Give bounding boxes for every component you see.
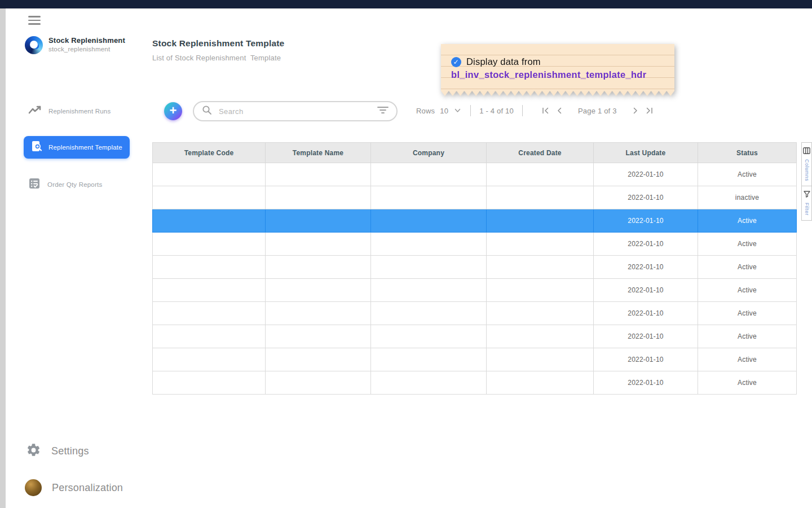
filter-lines-icon[interactable] [377,106,389,116]
column-header-template-code[interactable]: Template Code [153,143,266,163]
cell-template-code[interactable] [153,209,266,233]
cell-last-update[interactable]: 2022-01-10 [594,186,698,209]
table-row[interactable]: 2022-01-10inactive [153,186,797,209]
cell-template-name[interactable] [266,348,371,371]
sidebar-item-settings[interactable]: Settings [26,443,89,460]
cell-status[interactable]: Active [698,302,797,325]
cell-created-date[interactable] [487,302,594,325]
cell-created-date[interactable] [487,163,594,186]
search-input[interactable] [219,107,370,116]
column-header-status[interactable]: Status [698,143,797,163]
rows-per-page-value[interactable]: 10 [440,107,448,115]
table-row[interactable]: 2022-01-10Active [153,256,797,279]
cell-company[interactable] [371,209,487,233]
filter-funnel-icon [804,190,810,200]
cell-status[interactable]: inactive [698,186,797,209]
cell-status[interactable]: Active [698,371,797,395]
cell-company[interactable] [371,186,487,209]
menu-hamburger-icon[interactable] [28,16,41,25]
cell-template-code[interactable] [153,163,266,186]
sidebar-item-replenishment-template[interactable]: Replenishment Template [24,136,130,159]
cell-created-date[interactable] [487,279,594,302]
sidebar-item-personalization[interactable]: Personalization [25,479,123,496]
cell-template-name[interactable] [266,233,371,256]
cell-last-update[interactable]: 2022-01-10 [594,348,698,371]
cell-status[interactable]: Active [698,279,797,302]
table-row[interactable]: 2022-01-10Active [153,348,797,371]
cell-last-update[interactable]: 2022-01-10 [594,163,698,186]
cell-created-date[interactable] [487,209,594,233]
table-row[interactable]: 2022-01-10Active [153,325,797,348]
cell-template-name[interactable] [266,209,371,233]
table-row[interactable]: 2022-01-10Active [153,233,797,256]
cell-template-name[interactable] [266,256,371,279]
table-row[interactable]: 2022-01-10Active [153,279,797,302]
cell-status[interactable]: Active [698,256,797,279]
cell-last-update[interactable]: 2022-01-10 [594,279,698,302]
sidebar-item-order-qty-reports[interactable]: Order Qty Reports [28,177,102,192]
cell-last-update[interactable]: 2022-01-10 [594,325,698,348]
cell-status[interactable]: Active [698,163,797,186]
first-page-icon[interactable] [541,107,550,114]
cell-status[interactable]: Active [698,325,797,348]
add-button[interactable]: + [164,102,182,120]
cell-created-date[interactable] [487,325,594,348]
cell-created-date[interactable] [487,348,594,371]
search-box[interactable] [193,101,398,121]
cell-template-code[interactable] [153,325,266,348]
cell-created-date[interactable] [487,371,594,395]
sidebar-item-replenishment-runs[interactable]: Replenishment Runs [28,105,111,117]
cell-template-code[interactable] [153,186,266,209]
cell-template-name[interactable] [266,302,371,325]
tab-columns[interactable]: Columns [802,143,811,186]
cell-company[interactable] [371,302,487,325]
chevron-down-icon[interactable] [453,108,462,113]
cell-template-name[interactable] [266,325,371,348]
cell-template-code[interactable] [153,279,266,302]
prev-page-icon[interactable] [555,107,563,114]
tab-filter[interactable]: Filter [802,186,811,220]
cell-company[interactable] [371,163,487,186]
column-header-company[interactable]: Company [371,143,487,163]
data-table: Template CodeTemplate NameCompanyCreated… [152,142,797,395]
cell-template-name[interactable] [266,163,371,186]
cell-status[interactable]: Active [698,348,797,371]
cell-last-update[interactable]: 2022-01-10 [594,209,698,233]
column-header-last-update[interactable]: Last Update [594,143,698,163]
table-row[interactable]: 2022-01-10Active [153,163,797,186]
cell-template-name[interactable] [266,371,371,395]
cell-template-code[interactable] [153,256,266,279]
cell-template-name[interactable] [266,186,371,209]
cell-company[interactable] [371,279,487,302]
table-row[interactable]: 2022-01-10Active [153,209,797,233]
next-page-icon[interactable] [632,107,639,114]
tab-columns-label: Columns [804,159,810,181]
cell-last-update[interactable]: 2022-01-10 [594,256,698,279]
cell-template-code[interactable] [153,348,266,371]
cell-created-date[interactable] [487,256,594,279]
cell-status[interactable]: Active [698,233,797,256]
cell-created-date[interactable] [487,233,594,256]
cell-last-update[interactable]: 2022-01-10 [594,371,698,395]
cell-status[interactable]: Active [698,209,797,233]
column-header-created-date[interactable]: Created Date [487,143,594,163]
cell-company[interactable] [371,256,487,279]
personalization-label: Personalization [52,482,123,494]
cell-company[interactable] [371,325,487,348]
cell-template-code[interactable] [153,233,266,256]
cell-template-name[interactable] [266,279,371,302]
cell-last-update[interactable]: 2022-01-10 [594,302,698,325]
table-row[interactable]: 2022-01-10Active [153,371,797,395]
cell-company[interactable] [371,233,487,256]
cell-template-code[interactable] [153,302,266,325]
cell-template-code[interactable] [153,371,266,395]
app-logo [25,36,43,54]
cell-last-update[interactable]: 2022-01-10 [594,233,698,256]
cell-company[interactable] [371,371,487,395]
cell-created-date[interactable] [487,186,594,209]
cell-company[interactable] [371,348,487,371]
table-row[interactable]: 2022-01-10Active [153,302,797,325]
annotation-note: ✓ Display data from bl_inv_stock_repleni… [441,44,674,96]
last-page-icon[interactable] [645,107,654,114]
column-header-template-name[interactable]: Template Name [266,143,371,163]
